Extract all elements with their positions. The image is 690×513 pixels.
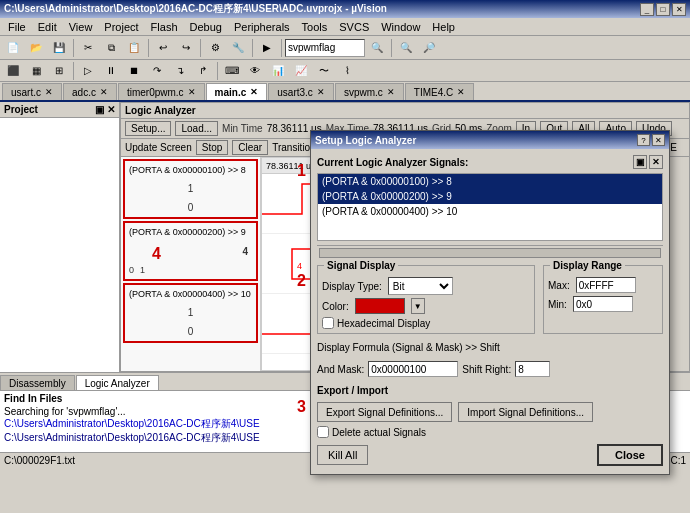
tab-close-time4[interactable]: ✕ [457, 87, 465, 97]
scroll-thumb[interactable] [319, 248, 661, 258]
tb2-b6[interactable]: ⏹ [123, 61, 145, 81]
dialog-icon2[interactable]: ✕ [649, 155, 663, 169]
dialog-help-button[interactable]: ? [637, 134, 650, 146]
clear-button[interactable]: Clear [232, 140, 268, 155]
tab-main[interactable]: main.c ✕ [206, 83, 268, 100]
setup-button[interactable]: Setup... [125, 121, 171, 136]
svg-text:4: 4 [297, 261, 302, 271]
tab-close-timer[interactable]: ✕ [188, 87, 196, 97]
kill-all-button[interactable]: Kill All [317, 445, 368, 465]
import-button[interactable]: Import Signal Definitions... [458, 402, 593, 422]
tb-cut[interactable]: ✂ [77, 38, 99, 58]
color-swatch[interactable] [355, 298, 405, 314]
tb2-b5[interactable]: ⏸ [100, 61, 122, 81]
menu-file[interactable]: File [2, 20, 32, 34]
shift-right-input[interactable] [515, 361, 550, 377]
dialog-icon1[interactable]: ▣ [633, 155, 647, 169]
menu-project[interactable]: Project [98, 20, 144, 34]
menu-peripherals[interactable]: Peripherals [228, 20, 296, 34]
maximize-button[interactable]: □ [656, 3, 670, 16]
close-window-button[interactable]: ✕ [672, 3, 686, 16]
tb2-step-into[interactable]: ↴ [169, 61, 191, 81]
tb2-la[interactable]: 〜 [313, 61, 335, 81]
load-button[interactable]: Load... [175, 121, 218, 136]
dialog-signal-item-3[interactable]: (PORTA & 0x00000400) >> 10 [318, 204, 662, 219]
max-input[interactable] [576, 277, 636, 293]
tb-copy[interactable]: ⧉ [100, 38, 122, 58]
tab-disassembly[interactable]: Disassembly [0, 375, 75, 390]
signal-val-bot-3: 0 [129, 326, 252, 337]
menu-tools[interactable]: Tools [296, 20, 334, 34]
display-range-title: Display Range [550, 260, 625, 271]
tb-build[interactable]: ⚙ [204, 38, 226, 58]
minimize-button[interactable]: _ [640, 3, 654, 16]
tb-undo[interactable]: ↩ [152, 38, 174, 58]
signal-val-top-3: 1 [129, 305, 252, 320]
menu-edit[interactable]: Edit [32, 20, 63, 34]
tab-adc[interactable]: adc.c ✕ [63, 83, 117, 100]
tab-logic-analyzer[interactable]: Logic Analyzer [76, 375, 159, 390]
tab-close-adc[interactable]: ✕ [100, 87, 108, 97]
menu-flash[interactable]: Flash [145, 20, 184, 34]
tb-save[interactable]: 💾 [48, 38, 70, 58]
tab-close-usart[interactable]: ✕ [45, 87, 53, 97]
tab-close-svpwm[interactable]: ✕ [387, 87, 395, 97]
tb-open[interactable]: 📂 [25, 38, 47, 58]
signal-display-title: Signal Display [324, 260, 398, 271]
tab-usart3[interactable]: usart3.c ✕ [268, 83, 334, 100]
tb2-perf[interactable]: 📈 [290, 61, 312, 81]
toolbar-1: 📄 📂 💾 ✂ ⧉ 📋 ↩ ↪ ⚙ 🔧 ▶ 🔍 🔍 🔎 [0, 36, 690, 60]
tb-redo[interactable]: ↪ [175, 38, 197, 58]
tb2-cmd[interactable]: ⌨ [221, 61, 243, 81]
tb-paste[interactable]: 📋 [123, 38, 145, 58]
min-time-label: Min Time [222, 123, 263, 134]
delete-actual-checkbox[interactable] [317, 426, 329, 438]
dialog-signal-item-1[interactable]: (PORTA & 0x00000100) >> 8 [318, 174, 662, 189]
signal-val-2: 4 [129, 244, 252, 259]
sep8 [217, 62, 218, 80]
tab-time4[interactable]: TIME4.C ✕ [405, 83, 474, 100]
tb2-b3[interactable]: ⊞ [48, 61, 70, 81]
tb2-mem[interactable]: 📊 [267, 61, 289, 81]
tb2-trace[interactable]: ⌇ [336, 61, 358, 81]
dialog-signal-item-2[interactable]: (PORTA & 0x00000200) >> 9 [318, 189, 662, 204]
tb2-b2[interactable]: ▦ [25, 61, 47, 81]
tb-zoom-out[interactable]: 🔎 [418, 38, 440, 58]
menu-view[interactable]: View [63, 20, 99, 34]
hexadecimal-checkbox[interactable] [322, 317, 334, 329]
tb-new[interactable]: 📄 [2, 38, 24, 58]
tab-svpwm[interactable]: svpwm.c ✕ [335, 83, 404, 100]
display-type-select[interactable]: Bit Analog Unsigned Signed [388, 277, 453, 295]
menu-bar: File Edit View Project Flash Debug Perip… [0, 18, 690, 36]
color-dropdown-button[interactable]: ▼ [411, 298, 425, 314]
close-dialog-button[interactable]: Close [597, 444, 663, 466]
tb2-b1[interactable]: ⬛ [2, 61, 24, 81]
and-mask-input[interactable] [368, 361, 458, 377]
tb-zoom-in[interactable]: 🔍 [395, 38, 417, 58]
min-input[interactable] [573, 296, 633, 312]
min-row: Min: [548, 296, 658, 312]
tb-debug[interactable]: ▶ [256, 38, 278, 58]
export-button[interactable]: Export Signal Definitions... [317, 402, 452, 422]
tb2-step-over[interactable]: ↷ [146, 61, 168, 81]
dialog-close-icon-button[interactable]: ✕ [652, 134, 665, 146]
menu-window[interactable]: Window [375, 20, 426, 34]
delete-actual-row: Delete actual Signals [317, 426, 663, 438]
dialog-signal-list[interactable]: (PORTA & 0x00000100) >> 8 (PORTA & 0x000… [317, 173, 663, 241]
tab-close-main[interactable]: ✕ [250, 87, 258, 97]
tab-usart[interactable]: usart.c ✕ [2, 83, 62, 100]
tb-rebuild[interactable]: 🔧 [227, 38, 249, 58]
stop-button[interactable]: Stop [196, 140, 229, 155]
menu-help[interactable]: Help [426, 20, 461, 34]
tb2-step-out[interactable]: ↱ [192, 61, 214, 81]
menu-svcs[interactable]: SVCS [333, 20, 375, 34]
menu-debug[interactable]: Debug [184, 20, 228, 34]
tb2-b4[interactable]: ▷ [77, 61, 99, 81]
tab-close-usart3[interactable]: ✕ [317, 87, 325, 97]
signal-list-scrollbar[interactable] [317, 245, 663, 259]
tb-search[interactable]: 🔍 [366, 38, 388, 58]
search-input[interactable] [285, 39, 365, 57]
tab-timer0pwm[interactable]: timer0pwm.c ✕ [118, 83, 205, 100]
tb2-watch[interactable]: 👁 [244, 61, 266, 81]
sep4 [252, 39, 253, 57]
